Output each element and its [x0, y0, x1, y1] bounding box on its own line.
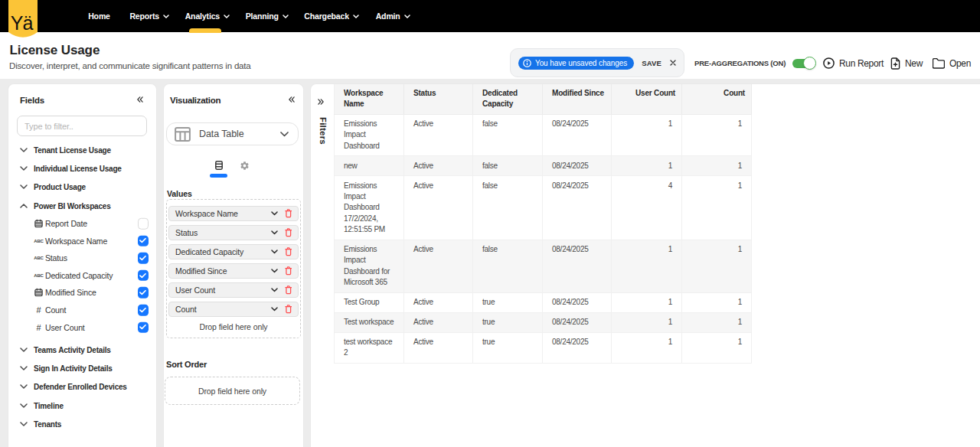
nav-item-admin[interactable]: Admin: [375, 0, 410, 32]
value-pill-status[interactable]: Status: [168, 225, 299, 240]
tree-field-dedicated-capacity[interactable]: ABCDedicated Capacity: [8, 267, 156, 285]
brand-logo-text: Yä: [7, 14, 36, 33]
field-checkbox[interactable]: [138, 321, 149, 333]
tree-group-individual-license-usage[interactable]: Individual License Usage: [8, 159, 156, 178]
nav-item-home[interactable]: Home: [87, 0, 111, 32]
tree-field-label: Modified Since: [45, 288, 96, 297]
table-row: Test workspaceActivetrue08/24/202511: [335, 312, 752, 332]
trash-icon[interactable]: [285, 266, 292, 276]
tree-group-power-bi-workspaces[interactable]: Power BI Workspaces: [8, 197, 156, 215]
new-report-label: New: [905, 58, 923, 69]
expand-filters-icon[interactable]: [318, 99, 324, 105]
new-report-button[interactable]: New: [890, 53, 923, 73]
value-pill-dedicated-capacity[interactable]: Dedicated Capacity: [168, 244, 299, 259]
tree-field-workspace-name[interactable]: ABCWorkspace Name: [8, 232, 156, 250]
table-cell: 1: [682, 114, 752, 156]
tree-field-user-count[interactable]: #User Count: [8, 318, 156, 336]
number-type-icon: #: [36, 305, 41, 315]
tree-field-modified-since[interactable]: Modified Since: [8, 284, 156, 302]
field-checkbox[interactable]: [138, 235, 149, 246]
tree-group-timeline[interactable]: Timeline: [8, 396, 156, 414]
trash-icon[interactable]: [285, 285, 292, 295]
pre-aggregations-toggle[interactable]: [792, 59, 813, 68]
chevron-down-icon[interactable]: [271, 288, 278, 292]
trash-icon[interactable]: [285, 228, 292, 237]
column-header-count[interactable]: Count: [682, 84, 752, 114]
value-pill-workspace-name[interactable]: Workspace Name: [168, 206, 299, 221]
table-cell: 1: [682, 176, 752, 240]
tree-field-report-date[interactable]: Report Date: [8, 215, 156, 233]
table-cell: 1: [682, 240, 752, 292]
table-cell: false: [473, 156, 543, 176]
chevron-down-icon[interactable]: [271, 307, 278, 312]
save-button[interactable]: SAVE: [642, 59, 662, 67]
visualization-type-select[interactable]: Data Table: [166, 122, 299, 145]
chevron-down-icon[interactable]: [271, 269, 278, 273]
table-cell: true: [473, 292, 543, 312]
table-cell: 1: [682, 292, 752, 312]
trash-icon[interactable]: [285, 305, 292, 314]
chevron-down-icon[interactable]: [271, 211, 278, 216]
value-pill-modified-since[interactable]: Modified Since: [168, 263, 299, 279]
column-header-dedicated-capacity[interactable]: Dedicated Capacity: [473, 84, 543, 114]
nav-item-analytics[interactable]: Analytics: [185, 0, 230, 32]
run-report-label: Run Report: [839, 58, 884, 69]
chevron-down-icon[interactable]: [271, 230, 278, 235]
chevron-down-icon: [20, 184, 28, 189]
nav-item-planning[interactable]: Planning: [245, 0, 289, 32]
chevron-down-icon[interactable]: [271, 250, 278, 254]
tree-group-defender-enrolled-devices[interactable]: Defender Enrolled Devices: [8, 377, 156, 396]
tab-data[interactable]: [210, 158, 227, 178]
value-pill-count[interactable]: Count: [168, 302, 299, 317]
open-report-button[interactable]: Open: [933, 53, 971, 73]
tab-settings[interactable]: [236, 161, 253, 171]
field-checkbox[interactable]: [138, 270, 149, 282]
table-cell: test workspace 2: [335, 332, 404, 363]
table-cell: Active: [404, 332, 473, 363]
column-header-user-count[interactable]: User Count: [612, 84, 682, 114]
tree-field-label: Report Date: [45, 219, 87, 228]
trash-icon[interactable]: [285, 247, 292, 256]
tree-field-label: Workspace Name: [45, 237, 107, 246]
field-checkbox[interactable]: [138, 253, 149, 264]
column-header-status[interactable]: Status: [404, 84, 473, 114]
filters-rail-label[interactable]: Filters: [318, 117, 328, 145]
fields-filter-input[interactable]: [17, 116, 147, 136]
main-nav: HomeReportsAnalyticsPlanningChargebackAd…: [0, 0, 980, 32]
collapse-fields-icon[interactable]: [137, 96, 143, 103]
field-checkbox[interactable]: [138, 218, 149, 230]
field-checkbox[interactable]: [138, 287, 149, 299]
visualization-type-value: Data Table: [199, 129, 244, 139]
visualization-panel: Visualization Data Table Values Workspac…: [163, 83, 304, 447]
tree-group-sign-in-activity-details[interactable]: Sign In Activity Details: [8, 359, 156, 377]
values-drop-zone[interactable]: Workspace NameStatusDedicated CapacityMo…: [166, 199, 301, 338]
tree-group-tenants[interactable]: Tenants: [8, 415, 156, 433]
tree-group-label: Product Usage: [34, 183, 86, 191]
column-header-workspace-name[interactable]: Workspace Name: [335, 84, 404, 114]
tree-field-status[interactable]: ABCStatus: [8, 250, 156, 267]
trash-icon[interactable]: [285, 209, 292, 218]
values-drop-hint: Drop field here only: [168, 322, 299, 331]
nav-item-label: Admin: [375, 11, 401, 21]
fields-panel: Fields Tenant License UsageIndividual Li…: [8, 83, 157, 447]
field-checkbox[interactable]: [138, 305, 149, 316]
column-header-modified-since[interactable]: Modified Since: [543, 84, 612, 114]
collapse-viz-icon[interactable]: [289, 96, 295, 103]
tree-field-count[interactable]: #Count: [8, 302, 156, 319]
check-icon: [139, 272, 146, 278]
file-plus-icon: [890, 57, 900, 70]
tree-group-tenant-license-usage[interactable]: Tenant License Usage: [8, 141, 156, 159]
table-cell: Active: [404, 176, 473, 240]
nav-item-chargeback[interactable]: Chargeback: [303, 0, 359, 32]
tree-group-teams-activity-details[interactable]: Teams Activity Details: [8, 341, 156, 359]
sort-order-drop-zone[interactable]: Drop field here only: [165, 377, 300, 405]
value-pill-label: Count: [175, 305, 197, 314]
close-icon[interactable]: [670, 60, 676, 66]
nav-item-reports[interactable]: Reports: [129, 0, 169, 32]
folder-icon: [933, 58, 945, 69]
run-report-button[interactable]: Run Report: [823, 53, 884, 73]
table-cell: 1: [612, 156, 682, 176]
sort-drop-hint: Drop field here only: [198, 387, 266, 396]
value-pill-user-count[interactable]: User Count: [168, 282, 299, 298]
tree-group-product-usage[interactable]: Product Usage: [8, 178, 156, 196]
